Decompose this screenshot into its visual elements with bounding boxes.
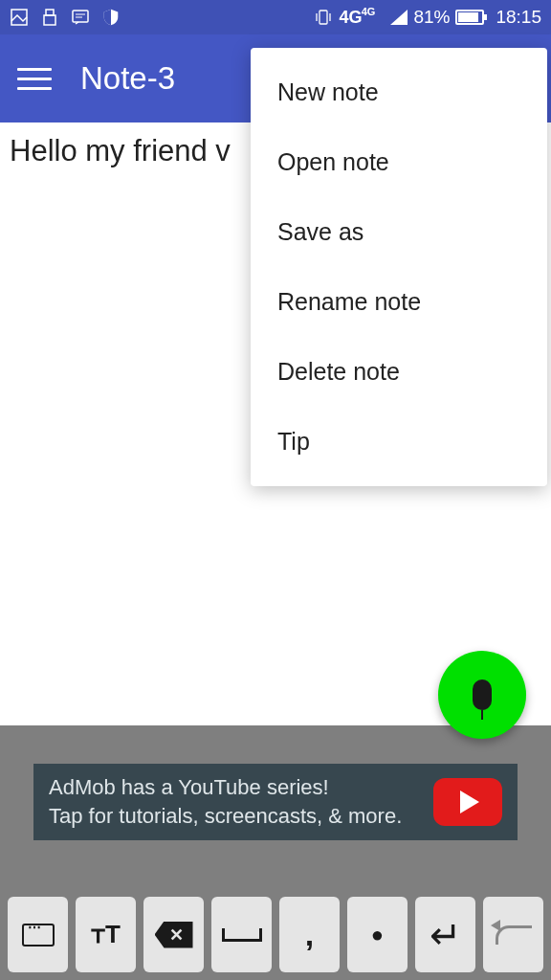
vibrate-icon (314, 8, 333, 27)
signal-icon (390, 10, 408, 25)
period-button[interactable]: ● (347, 897, 408, 972)
microphone-icon (473, 679, 492, 710)
image-icon (10, 8, 29, 27)
menu-item-delete-note[interactable]: Delete note (251, 337, 547, 407)
text-size-button[interactable]: ᴛT (76, 897, 136, 972)
svg-rect-1 (46, 10, 54, 15)
enter-button[interactable]: ↵ (415, 897, 475, 972)
comma-button[interactable]: , (279, 897, 340, 972)
ad-line2: Tap for tutorials, screencasts, & more. (49, 802, 420, 831)
clock: 18:15 (496, 7, 541, 28)
svg-rect-2 (44, 15, 55, 25)
youtube-play-icon[interactable] (433, 778, 502, 826)
space-button[interactable] (211, 897, 272, 972)
svg-rect-3 (73, 11, 88, 22)
menu-item-save-as[interactable]: Save as (251, 197, 547, 267)
page-title: Note-3 (80, 60, 175, 97)
backspace-icon: ✕ (155, 922, 193, 948)
undo-button[interactable] (483, 897, 543, 972)
status-left (10, 8, 121, 27)
keyboard-toggle-button[interactable] (8, 897, 68, 972)
status-bar: 4G4G 81% 18:15 (0, 0, 551, 34)
backspace-button[interactable]: ✕ (143, 897, 204, 972)
voice-record-button[interactable] (438, 651, 526, 739)
menu-icon[interactable] (17, 61, 52, 96)
menu-item-new-note[interactable]: New note (251, 57, 547, 127)
overflow-menu: New note Open note Save as Rename note D… (251, 48, 547, 486)
menu-item-tip[interactable]: Tip (251, 407, 547, 477)
network-label: 4G4G (339, 8, 362, 28)
undo-icon (496, 925, 532, 945)
battery-icon (455, 10, 484, 25)
menu-item-open-note[interactable]: Open note (251, 127, 547, 197)
ad-line1: AdMob has a YouTube series! (49, 773, 420, 802)
ad-banner[interactable]: AdMob has a YouTube series! Tap for tuto… (33, 764, 518, 840)
keyboard-icon (22, 924, 55, 947)
bottom-panel: AdMob has a YouTube series! Tap for tuto… (0, 725, 551, 980)
space-icon (222, 928, 262, 942)
svg-rect-6 (320, 11, 327, 24)
status-right: 4G4G 81% 18:15 (314, 7, 541, 28)
usb-icon (40, 8, 59, 27)
battery-percent: 81% (413, 7, 450, 28)
message-icon (71, 8, 90, 27)
ad-text: AdMob has a YouTube series! Tap for tuto… (49, 773, 420, 830)
keyboard-toolbar: ᴛT ✕ , ● ↵ (0, 889, 551, 980)
shield-icon (101, 8, 121, 27)
menu-item-rename-note[interactable]: Rename note (251, 267, 547, 337)
